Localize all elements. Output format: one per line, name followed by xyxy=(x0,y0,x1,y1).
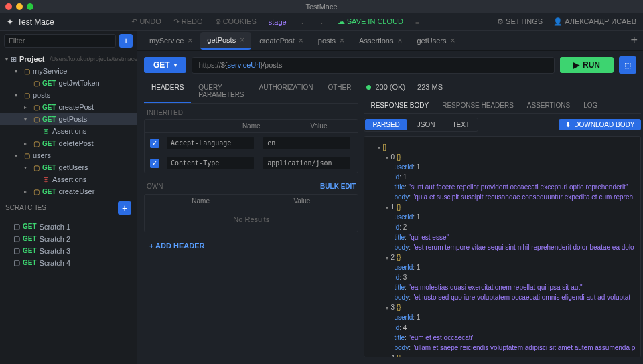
add-scratch-button[interactable]: + xyxy=(118,201,131,215)
minimize-window[interactable] xyxy=(16,3,23,10)
inherited-headers-table: Name Value ✓Accept-Languageen✓Content-Ty… xyxy=(144,119,358,173)
project-tree: ▾⊞ Project/Users/kotokur/projects/testma… xyxy=(0,51,137,197)
run-button[interactable]: ▶ RUN xyxy=(560,57,614,73)
response-tabs: RESPONSE BODYRESPONSE HEADERSASSERTIONSL… xyxy=(364,98,641,114)
header-row: ✓Content-Typeapplication/json xyxy=(145,153,358,173)
filter-input[interactable] xyxy=(4,34,116,48)
bulk-edit-button[interactable]: BULK EDIT xyxy=(320,183,356,190)
resp-tab-assertions[interactable]: ASSERTIONS xyxy=(520,98,577,113)
tabs-bar: myService×getPosts×createPost×posts×Asse… xyxy=(137,31,643,51)
tree-item-getJwtToken[interactable]: ▢ GET getJwtToken xyxy=(0,77,137,89)
tab-getPosts[interactable]: getPosts× xyxy=(200,32,251,50)
add-tab-button[interactable]: + xyxy=(630,33,638,48)
tree-item-createUser[interactable]: ▸▢ GET createUser xyxy=(0,185,137,197)
cookies-button[interactable]: ⊚ COOKIES xyxy=(215,17,257,26)
add-item-button[interactable]: + xyxy=(119,34,133,48)
tab-createPost[interactable]: createPost× xyxy=(253,33,310,49)
scratch-Scratch 2[interactable]: ▢ GET Scratch 2 xyxy=(0,233,137,245)
save-request-button[interactable]: ⬚ xyxy=(619,56,636,74)
project-root[interactable]: ▾⊞ Project/Users/kotokur/projects/testma… xyxy=(0,53,137,65)
view-parsed[interactable]: PARSED xyxy=(365,119,407,130)
tree-item-myService[interactable]: ▾▢ myService xyxy=(0,65,137,77)
tab-getUsers[interactable]: getUsers× xyxy=(410,33,461,49)
request-bar: GET▾ https://${serviceUrl}/posts ▶ RUN ⬚ xyxy=(137,51,643,79)
tree-item-Assertions[interactable]: ⛨ Assertions xyxy=(0,173,137,185)
request-panel: HEADERSQUERY PARAMETERSAUTHORIZATIONOTHE… xyxy=(144,79,358,357)
download-body-button[interactable]: ⬇ DOWNLOAD BODY xyxy=(559,119,641,130)
tree-item-getUsers[interactable]: ▾▢ GET getUsers xyxy=(0,161,137,173)
brand: ✦ Test Mace xyxy=(7,17,54,27)
header-checkbox[interactable]: ✓ xyxy=(150,139,159,148)
own-label: OWN xyxy=(147,183,163,190)
no-results: No Results xyxy=(145,207,358,232)
inherited-label: INHERITED xyxy=(144,104,358,119)
tab-posts[interactable]: posts× xyxy=(311,33,351,49)
view-text[interactable]: TEXT xyxy=(445,119,478,130)
http-method-dropdown[interactable]: GET▾ xyxy=(144,57,186,73)
json-viewer[interactable]: ▾[]▾0 {}userId: 1id: 1title: "sunt aut f… xyxy=(364,136,641,357)
tree-item-deletePost[interactable]: ▸▢ GET deletePost xyxy=(0,137,137,149)
tree-item-posts[interactable]: ▾▢ posts xyxy=(0,89,137,101)
subtab-headers[interactable]: HEADERS xyxy=(144,79,191,103)
col-name: Name xyxy=(218,122,285,130)
titlebar: TestMace xyxy=(0,0,643,13)
response-status: 200 (OK) xyxy=(366,83,405,91)
tree-item-createPost[interactable]: ▸▢ GET createPost xyxy=(0,101,137,113)
subtab-query parameters[interactable]: QUERY PARAMETERS xyxy=(191,79,251,103)
close-icon[interactable]: × xyxy=(188,36,192,46)
user-menu[interactable]: 👤 АЛЕКСАНДР ИСАЕВ xyxy=(553,17,636,26)
view-json[interactable]: JSON xyxy=(410,119,443,130)
maximize-window[interactable] xyxy=(27,3,33,10)
own-headers-table: Name Value No Results xyxy=(144,194,358,232)
close-icon[interactable]: × xyxy=(340,36,344,46)
add-header-button[interactable]: + ADD HEADER xyxy=(144,238,358,254)
window-title: TestMace xyxy=(305,3,337,11)
redo-button[interactable]: ↷ REDO xyxy=(173,17,203,26)
resp-tab-response-headers[interactable]: RESPONSE HEADERS xyxy=(435,98,520,113)
topbar: ✦ Test Mace ↶ UNDO ↷ REDO ⊚ COOKIES stag… xyxy=(0,13,643,31)
scratch-Scratch 4[interactable]: ▢ GET Scratch 4 xyxy=(0,257,137,269)
subtab-authorization[interactable]: AUTHORIZATION xyxy=(252,79,321,103)
tree-item-Assertions[interactable]: ⛨ Assertions xyxy=(0,125,137,137)
close-icon[interactable]: × xyxy=(240,35,244,45)
brand-label: Test Mace xyxy=(17,17,54,27)
close-icon[interactable]: × xyxy=(397,36,402,46)
resp-tab-log[interactable]: LOG xyxy=(577,98,604,113)
save-cloud-button[interactable]: ☁ SAVE IN CLOUD xyxy=(338,17,403,26)
brand-icon: ✦ xyxy=(7,17,13,27)
response-panel: 200 (OK) 223 MS RESPONSE BODYRESPONSE HE… xyxy=(364,79,641,357)
scratch-Scratch 3[interactable]: ▢ GET Scratch 3 xyxy=(0,245,137,257)
close-icon[interactable]: × xyxy=(299,36,303,46)
subtab-other[interactable]: OTHER xyxy=(320,79,358,103)
close-window[interactable] xyxy=(5,3,12,10)
header-row: ✓Accept-Languageen xyxy=(145,132,358,153)
env-selector[interactable]: stage xyxy=(269,18,287,26)
url-input[interactable]: https://${serviceUrl}/posts xyxy=(192,57,555,74)
resp-tab-response-body[interactable]: RESPONSE BODY xyxy=(364,98,435,113)
tree-item-getPosts[interactable]: ▾▢ GET getPosts xyxy=(0,113,137,125)
response-time: 223 MS xyxy=(417,83,443,91)
sidebar: + ▾⊞ Project/Users/kotokur/projects/test… xyxy=(0,31,137,364)
settings-button[interactable]: ⚙ SETTINGS xyxy=(497,17,543,26)
scratches-header: SCRATCHES + xyxy=(0,197,137,219)
undo-button[interactable]: ↶ UNDO xyxy=(131,17,161,26)
scratch-Scratch 1[interactable]: ▢ GET Scratch 1 xyxy=(0,221,137,233)
content-area: myService×getPosts×createPost×posts×Asse… xyxy=(137,31,643,364)
header-checkbox[interactable]: ✓ xyxy=(150,159,159,168)
tab-myService[interactable]: myService× xyxy=(143,33,199,49)
close-icon[interactable]: × xyxy=(451,36,455,46)
tree-item-users[interactable]: ▾▢ users xyxy=(0,149,137,161)
tab-Assertions[interactable]: Assertions× xyxy=(352,33,409,49)
col-value: Value xyxy=(285,122,353,130)
request-subtabs: HEADERSQUERY PARAMETERSAUTHORIZATIONOTHE… xyxy=(144,79,358,104)
scratches-list: ▢ GET Scratch 1▢ GET Scratch 2▢ GET Scra… xyxy=(0,219,137,365)
